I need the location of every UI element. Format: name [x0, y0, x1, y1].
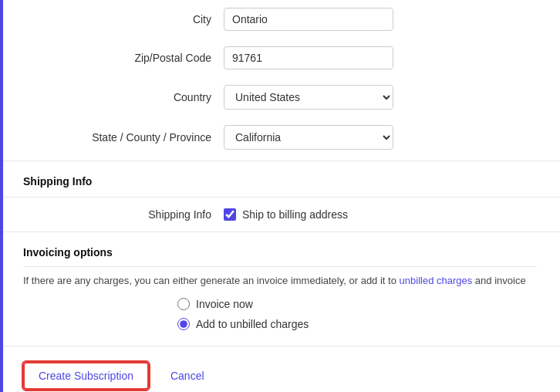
invoicing-description: If there are any charges, you can either…	[23, 270, 537, 298]
invoicing-header: Invoicing options	[23, 235, 537, 263]
shipping-header: Shipping Info	[0, 164, 560, 194]
add-to-unbilled-label: Add to unbilled charges	[196, 318, 309, 330]
invoicing-divider	[0, 231, 560, 232]
radio-invoice-now-row: Invoice now	[177, 298, 537, 310]
cancel-button[interactable]: Cancel	[161, 363, 214, 388]
ship-to-billing-label: Ship to billing address	[242, 208, 348, 221]
page-wrapper: City Zip/Postal Code Country United Stat…	[0, 0, 560, 392]
invoicing-divider-2	[23, 266, 537, 267]
invoicing-desc-start: If there are any charges, you can either…	[23, 275, 400, 286]
state-select[interactable]: California New York Texas Florida	[224, 125, 393, 150]
add-to-unbilled-radio[interactable]	[177, 318, 190, 330]
shipping-checkbox-control: Ship to billing address	[224, 208, 348, 221]
radio-add-unbilled-row: Add to unbilled charges	[177, 318, 537, 330]
city-input[interactable]	[224, 8, 393, 31]
country-control: United States Canada United Kingdom Aust…	[224, 85, 393, 110]
country-label: Country	[23, 91, 224, 103]
shipping-divider-2	[0, 197, 560, 198]
zip-input[interactable]	[224, 46, 393, 69]
ship-to-billing-checkbox[interactable]	[224, 208, 236, 221]
shipping-divider	[0, 161, 560, 161]
footer-divider	[0, 346, 560, 346]
city-label: City	[23, 13, 224, 25]
create-subscription-button[interactable]: Create Subscription	[23, 362, 149, 390]
country-select[interactable]: United States Canada United Kingdom Aust…	[224, 85, 393, 110]
invoicing-desc-end: and invoice	[472, 275, 525, 286]
shipping-checkbox-row: Shipping Info Ship to billing address	[23, 201, 529, 228]
city-section: City Zip/Postal Code Country United Stat…	[0, 0, 560, 157]
accent-bar	[0, 0, 3, 392]
zip-label: Zip/Postal Code	[23, 52, 224, 64]
state-control: California New York Texas Florida	[224, 125, 393, 150]
zip-control	[224, 46, 393, 69]
invoicing-section: Invoicing options If there are any charg…	[0, 235, 560, 343]
zip-row: Zip/Postal Code	[23, 39, 529, 77]
invoice-now-radio[interactable]	[177, 298, 190, 310]
shipping-field-label: Shipping Info	[23, 208, 224, 221]
state-row: State / County / Province California New…	[23, 117, 529, 157]
invoice-now-label: Invoice now	[196, 298, 253, 310]
city-control	[224, 8, 393, 31]
country-row: Country United States Canada United King…	[23, 77, 529, 117]
state-label: State / County / Province	[23, 131, 224, 144]
shipping-section: Shipping Info Ship to billing address	[0, 201, 560, 228]
radio-group: Invoice now Add to unbilled charges	[23, 298, 537, 343]
unbilled-charges-link[interactable]: unbilled charges	[400, 275, 473, 286]
footer-actions: Create Subscription Cancel	[0, 350, 560, 393]
city-row: City	[23, 0, 529, 39]
